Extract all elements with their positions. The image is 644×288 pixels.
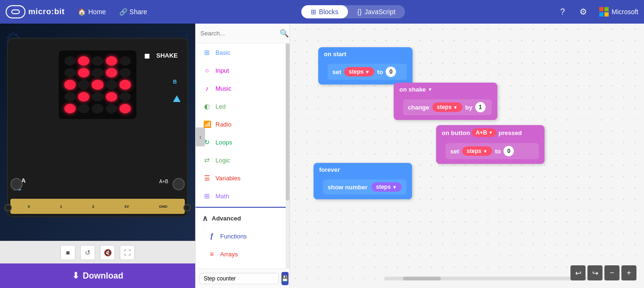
help-icon: ? — [560, 7, 565, 17]
advanced-divider — [196, 207, 289, 208]
forever-var[interactable]: steps ▼ — [372, 182, 402, 192]
workspace-panel[interactable]: on start set steps ▼ to 0 — [290, 24, 644, 288]
on-shake-header: on shake ▼ — [394, 83, 497, 96]
settings-button[interactable]: ⚙ — [575, 3, 592, 20]
stop-icon: ■ — [66, 249, 70, 256]
advanced-section[interactable]: ∧ Advanced — [196, 210, 289, 227]
on-shake-value: 1 — [475, 102, 486, 112]
forever-block[interactable]: forever show number steps ▼ — [314, 163, 412, 199]
category-loops[interactable]: ↻ Loops — [196, 133, 289, 151]
on-start-set-label: set — [332, 68, 341, 76]
simulator-screen: ⚙ ↑ — [0, 24, 195, 241]
screenshot-button[interactable]: ⛶ — [120, 245, 135, 260]
ms-squares-icon — [599, 7, 609, 17]
show-number-label: show number — [328, 184, 368, 191]
screenshot-icon: ⛶ — [124, 249, 131, 256]
stop-button[interactable]: ■ — [60, 245, 75, 260]
save-icon: 💾 — [281, 275, 289, 282]
share-button[interactable]: 🔗 Share — [115, 6, 152, 18]
pin-1: 1 — [60, 204, 62, 209]
category-math[interactable]: ⊞ Math — [196, 187, 289, 205]
input-label: Input — [215, 67, 229, 74]
math-icon: ⊞ — [202, 191, 212, 201]
on-start-header: on start — [318, 47, 413, 61]
toolbox-panel: 🔍 ⊞ Basic ○ Input ♪ Music ◐ Led 📶 Radio — [196, 24, 290, 288]
zoom-in-button[interactable]: + — [621, 265, 636, 280]
logo-area: micro:bit — [6, 5, 65, 18]
toolbox-footer: 💾 — [196, 268, 289, 288]
javascript-tab[interactable]: {} JavaScript — [348, 5, 405, 18]
dropdown-arrow-2: ▼ — [453, 105, 458, 110]
category-music[interactable]: ♪ Music — [196, 79, 289, 97]
on-start-block[interactable]: on start set steps ▼ to 0 — [318, 47, 413, 85]
toolbox-scrollbar-thumb — [286, 43, 289, 201]
redo-button[interactable]: ↪ — [587, 265, 603, 280]
category-led[interactable]: ◐ Led — [196, 97, 289, 115]
top-navigation: micro:bit 🏠 Home 🔗 Share ⊞ Blocks {} Jav… — [0, 0, 644, 24]
pin-0: 0 — [28, 204, 30, 209]
pin-2: 2 — [92, 204, 94, 209]
download-label: Download — [83, 271, 124, 281]
zoom-out-button[interactable]: − — [604, 265, 619, 280]
on-button-header: on button A+B ▼ pressed — [436, 125, 545, 140]
shake-dropdown-icon: ▼ — [428, 87, 432, 92]
save-project-button[interactable]: 💾 — [281, 272, 289, 285]
advanced-chevron-icon: ∧ — [202, 214, 208, 223]
toolbox-scrollbar-track[interactable] — [286, 43, 289, 268]
category-input[interactable]: ○ Input — [196, 61, 289, 79]
basic-icon: ⊞ — [202, 48, 212, 57]
zoom-in-icon: + — [627, 269, 631, 277]
category-arrays[interactable]: ≡ Arrays — [196, 245, 289, 263]
search-input[interactable] — [200, 30, 280, 37]
mute-button[interactable]: 🔇 — [100, 245, 115, 260]
category-variables[interactable]: ☰ Variables — [196, 169, 289, 187]
on-shake-by-label: by — [465, 104, 472, 111]
logic-label: Logic — [215, 157, 230, 164]
dropdown-arrow-4: ▼ — [392, 185, 397, 190]
search-bar: 🔍 — [196, 24, 289, 43]
help-button[interactable]: ? — [554, 3, 571, 20]
pin-gnd: GND — [159, 204, 167, 209]
undo-button[interactable]: ↩ — [570, 265, 586, 280]
on-shake-var[interactable]: steps ▼ — [432, 102, 462, 112]
button-b[interactable] — [173, 178, 185, 190]
workspace-canvas[interactable]: on start set steps ▼ to 0 — [290, 24, 644, 288]
forever-header: forever — [314, 163, 412, 177]
button-a[interactable] — [10, 178, 23, 190]
category-basic[interactable]: ⊞ Basic — [196, 43, 289, 61]
loops-label: Loops — [215, 139, 232, 146]
advanced-label: Advanced — [212, 215, 241, 222]
home-button[interactable]: 🏠 Home — [73, 6, 110, 18]
category-functions[interactable]: ƒ Functions — [196, 227, 289, 245]
workspace-scrollbar-h[interactable] — [384, 277, 587, 280]
on-start-to-label: to — [377, 68, 383, 76]
scrollbar-thumb-h — [403, 277, 441, 280]
on-button-set-label: set — [450, 148, 459, 155]
download-icon: ⬇ — [72, 271, 79, 281]
pin-3v: 3V — [124, 204, 129, 209]
led-label: Led — [215, 103, 226, 110]
on-shake-block[interactable]: on shake ▼ change steps ▼ by 1 — [394, 83, 497, 120]
home-icon: 🏠 — [78, 8, 86, 16]
logic-icon: ⇄ — [202, 155, 212, 165]
search-icon: 🔍 — [280, 29, 289, 38]
app-title: micro:bit — [28, 7, 65, 17]
on-button-var[interactable]: steps ▼ — [462, 146, 492, 156]
project-name-input[interactable] — [199, 273, 279, 284]
input-icon: ○ — [202, 66, 212, 75]
category-radio[interactable]: 📶 Radio — [196, 115, 289, 133]
on-button-block[interactable]: on button A+B ▼ pressed set steps ▼ — [436, 125, 545, 164]
category-logic[interactable]: ⇄ Logic — [196, 151, 289, 169]
collapse-arrow[interactable]: ‹ — [196, 127, 205, 146]
undo-icon: ↩ — [575, 269, 581, 278]
restart-button[interactable]: ↺ — [80, 245, 95, 260]
on-start-value: 0 — [386, 67, 396, 77]
led-icon: ◐ — [202, 102, 212, 111]
download-bar[interactable]: ⬇ Download — [0, 263, 195, 288]
on-start-var[interactable]: steps ▼ — [344, 67, 374, 76]
blocks-tab[interactable]: ⊞ Blocks — [301, 5, 348, 18]
variables-icon: ☰ — [202, 173, 212, 183]
music-label: Music — [215, 85, 231, 92]
microbit-logo-icon — [6, 5, 25, 18]
music-icon: ♪ — [202, 84, 212, 93]
